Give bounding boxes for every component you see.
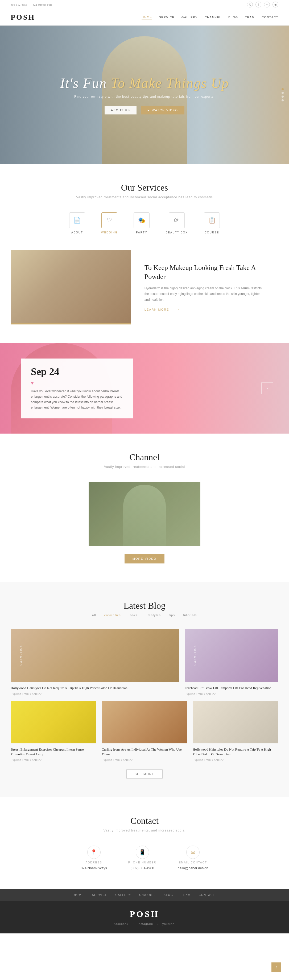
about-us-button[interactable]: ABOUT US (105, 106, 137, 115)
feature-image (11, 250, 131, 325)
service-icon-course: 📋 (204, 212, 220, 228)
blog-tab-all[interactable]: all (92, 614, 96, 618)
hero-dot-3[interactable] (281, 95, 284, 98)
hero-dot-2[interactable] (281, 92, 284, 94)
feature-text: To Keep Makeup Looking Fresh Take A Powd… (131, 250, 278, 325)
learn-more-label: LEARN MORE (144, 308, 169, 311)
nav-service[interactable]: SERVICE (159, 16, 175, 19)
blog-card-meta-2: Expirins Frank / April 22 (185, 692, 278, 695)
blog-card-1: cosmetics Hollywood Hairstyles Do Not Re… (11, 629, 179, 695)
address: 422 Strokes Fall (32, 3, 52, 6)
service-label-party: PARTY (136, 231, 147, 234)
contact-section: Contact Vastly improved treatments, and … (0, 797, 289, 889)
blog-tab-cosmetics[interactable]: cosmetics (104, 614, 121, 618)
instagram-icon[interactable]: ◉ (273, 2, 278, 8)
see-more-wrap: SEE MORE (11, 770, 278, 778)
heart-icon-banner: ♥ (31, 380, 124, 386)
banner-text: Have you ever wondered if what you know … (31, 388, 124, 410)
contact-email-label: EMAIL CONTACT (179, 861, 207, 864)
blog-card-title-2[interactable]: Forehead Lift Brow Lift Temporal Lift Fo… (185, 686, 278, 690)
service-icon-wedding: ♡ (102, 212, 118, 228)
facebook-icon[interactable]: f (256, 2, 261, 8)
watch-video-button[interactable]: ► WATCH VIDEO (141, 106, 184, 115)
footer-nav: HOME SERVICE GALLERY CHANNEL BLOG TEAM C… (0, 889, 289, 901)
hero-dot-4[interactable] (281, 99, 284, 102)
footer-social: facebook / instagram / youtube (11, 922, 278, 926)
hero-headline-suffix: To Make Things Up (111, 76, 229, 91)
blog-card-title-4[interactable]: Curling Irons Are As Individual As The W… (102, 747, 187, 757)
topbar: 456-512-4856 422 Strokes Fall 𝕏 f ✉ ◉ (0, 0, 289, 9)
learn-more-link[interactable]: LEARN MORE ——› (144, 308, 265, 311)
contact-grid: 📍 ADDRESS 024 Noemi Ways 📱 PHONE NUMBER … (11, 846, 278, 870)
service-icon-beauty-box: 🛍 (169, 212, 185, 228)
see-more-button[interactable]: SEE MORE (126, 770, 163, 778)
nav-gallery[interactable]: GALLERY (181, 16, 198, 19)
nav-team[interactable]: TEAM (245, 16, 255, 19)
contact-email-value: hello@paber.design (178, 866, 208, 870)
services-title: Our Services (11, 183, 278, 193)
blog-card-5: Hollywood Hairstyles Do Not Require A Tr… (193, 701, 278, 762)
blog-card-meta-4: Expirins Frank / April 22 (102, 758, 187, 762)
footer-sep-2: / (157, 922, 158, 926)
footer-nav-service[interactable]: SERVICE (92, 894, 108, 896)
blog-image-4 (102, 701, 187, 743)
feature-body: Hydroderm is the highly desired anti-agi… (144, 286, 265, 303)
service-course[interactable]: 📋 COURSE (204, 212, 220, 234)
service-party[interactable]: 🎭 PARTY (133, 212, 149, 234)
hero-dots (281, 88, 284, 102)
contact-title: Contact (11, 816, 278, 826)
contact-email: ✉ EMAIL CONTACT hello@paber.design (178, 846, 208, 870)
contact-phone-value: (859) 581-4960 (130, 866, 154, 870)
twitter-icon[interactable]: 𝕏 (247, 2, 253, 8)
footer-nav-gallery[interactable]: GALLERY (115, 894, 131, 896)
blog-card-title-5[interactable]: Hollywood Hairstyles Do Not Require A Tr… (193, 747, 278, 757)
service-wedding[interactable]: ♡ WEDDING (101, 212, 118, 234)
more-video-button[interactable]: MORE VIDEO (125, 554, 164, 563)
blog-card-title-3[interactable]: Breast Enlargement Exercises Cheapest In… (11, 747, 96, 757)
banner-next-arrow[interactable]: › (261, 382, 273, 394)
nav-contact[interactable]: CONTACT (262, 16, 278, 19)
footer-instagram-link[interactable]: instagram (138, 922, 153, 926)
blog-row-1: cosmetics Hollywood Hairstyles Do Not Re… (11, 629, 278, 695)
blog-tab-tips[interactable]: tips (169, 614, 175, 618)
channel-person-figure (123, 485, 166, 546)
blog-tab-looks[interactable]: looks (129, 614, 138, 618)
footer-nav-contact[interactable]: CONTACT (199, 894, 215, 896)
service-label-wedding: WEDDING (101, 231, 118, 234)
nav-channel[interactable]: CHANNEL (205, 16, 221, 19)
footer-youtube-link[interactable]: youtube (162, 922, 175, 926)
course-icon: 📋 (208, 217, 216, 224)
blog-card-title-1[interactable]: Hollywood Hairstyles Do Not Require A Tr… (11, 686, 179, 690)
footer-facebook-link[interactable]: facebook (114, 922, 129, 926)
nav-blog[interactable]: BLOG (228, 16, 238, 19)
hero-buttons: ABOUT US ► WATCH VIDEO (60, 106, 229, 115)
channel-video[interactable] (89, 482, 200, 546)
footer-nav-home[interactable]: HOME (74, 894, 84, 896)
blog-image-5 (193, 701, 278, 743)
channel-title: Channel (11, 452, 278, 462)
blog-card-info-3: Breast Enlargement Exercises Cheapest In… (11, 743, 96, 762)
blog-tabs: all cosmetics looks lifestyles tips tuto… (11, 614, 278, 618)
footer-nav-channel[interactable]: CHANNEL (139, 894, 156, 896)
footer-bottom: POSH facebook / instagram / youtube (0, 901, 289, 934)
blog-category-label-2: cosmetics (194, 645, 196, 666)
blog-category-label-1: cosmetics (19, 645, 22, 666)
services-icons: 📄 ABOUT ♡ WEDDING 🎭 PARTY 🛍 BEAUTY BOX 📋 (11, 212, 278, 234)
service-beauty-box[interactable]: 🛍 BEAUTY BOX (165, 212, 188, 234)
blog-image-1: cosmetics (11, 629, 179, 682)
pink-banner-card: Sep 24 ♥ Have you ever wondered if what … (21, 358, 133, 418)
blog-tab-tutorials[interactable]: tutorials (183, 614, 197, 618)
footer-nav-blog[interactable]: BLOG (164, 894, 173, 896)
blog-tab-lifestyles[interactable]: lifestyles (146, 614, 161, 618)
nav-home[interactable]: HOME (141, 15, 152, 19)
main-nav: POSH HOME SERVICE GALLERY CHANNEL BLOG T… (0, 9, 289, 25)
hero-subtext: Find your own style with the best beauty… (60, 95, 229, 99)
hero-dot-1[interactable] (281, 88, 284, 90)
services-subtitle: Vastly improved treatments and increased… (11, 196, 278, 199)
site-logo[interactable]: POSH (11, 13, 35, 22)
service-about[interactable]: 📄 ABOUT (69, 212, 85, 234)
blog-image-3 (11, 701, 96, 743)
contact-phone-label: PHONE NUMBER (128, 861, 156, 864)
mail-icon[interactable]: ✉ (264, 2, 270, 8)
footer-nav-team[interactable]: TEAM (181, 894, 191, 896)
